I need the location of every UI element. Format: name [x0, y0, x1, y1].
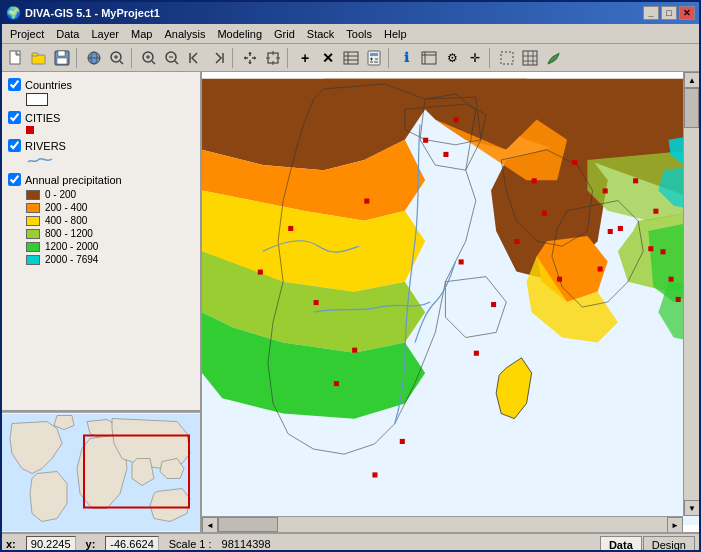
new-button[interactable]: [5, 47, 27, 69]
scroll-up-button[interactable]: ▲: [684, 72, 699, 88]
window-title: DIVA-GIS 5.1 - MyProject1: [25, 7, 160, 19]
toolbar-separator-1: [76, 48, 80, 68]
add-layer-button[interactable]: +: [294, 47, 316, 69]
zoom-prev-button[interactable]: [184, 47, 206, 69]
svg-rect-74: [288, 226, 293, 231]
svg-rect-76: [334, 381, 339, 386]
menu-data[interactable]: Data: [50, 26, 85, 42]
svg-rect-54: [491, 302, 496, 307]
globe-button[interactable]: [83, 47, 105, 69]
layer-cities-checkbox[interactable]: [8, 111, 21, 124]
layer-rivers[interactable]: RIVERS: [6, 137, 196, 154]
table-button[interactable]: [340, 47, 362, 69]
scroll-right-button[interactable]: ►: [667, 517, 683, 532]
zoom-in-button[interactable]: [138, 47, 160, 69]
svg-rect-67: [660, 249, 665, 254]
scroll-left-button[interactable]: ◄: [202, 517, 218, 532]
menu-project[interactable]: Project: [4, 26, 50, 42]
menu-modeling[interactable]: Modeling: [211, 26, 268, 42]
scroll-down-button[interactable]: ▼: [684, 500, 699, 516]
toolbar-separator-4: [287, 48, 291, 68]
scrollbar-vertical[interactable]: ▲ ▼: [683, 72, 699, 516]
rivers-legend-icon: [26, 154, 54, 166]
svg-line-10: [120, 61, 123, 64]
menu-stack[interactable]: Stack: [301, 26, 341, 42]
y-value: -46.6624: [105, 536, 158, 552]
leaf-button[interactable]: [542, 47, 564, 69]
legend-400-800: 400 - 800: [6, 214, 196, 227]
save-button[interactable]: [51, 47, 73, 69]
svg-rect-77: [514, 239, 519, 244]
tab-design[interactable]: Design: [643, 536, 695, 553]
crosshair-button[interactable]: ✛: [464, 47, 486, 69]
info-button[interactable]: ℹ: [395, 47, 417, 69]
zoom-out-button[interactable]: [161, 47, 183, 69]
map-area[interactable]: ▲ ▼ ◄ ►: [202, 72, 699, 532]
zoom-next-button[interactable]: [207, 47, 229, 69]
menu-help[interactable]: Help: [378, 26, 413, 42]
mini-map[interactable]: [2, 412, 200, 532]
title-bar-controls: _ □ ✕: [643, 6, 695, 20]
legend-color-2000-7694: [26, 255, 40, 265]
layers-panel: Countries CITIES RIVERS: [2, 72, 200, 412]
layer-rivers-label: RIVERS: [25, 140, 66, 152]
menu-map[interactable]: Map: [125, 26, 158, 42]
svg-rect-53: [459, 259, 464, 264]
layer-countries[interactable]: Countries: [6, 76, 196, 93]
menu-analysis[interactable]: Analysis: [158, 26, 211, 42]
app-icon: 🌍: [6, 6, 21, 20]
attributes-button[interactable]: [418, 47, 440, 69]
legend-color-1200-2000: [26, 242, 40, 252]
pan-button[interactable]: [239, 47, 261, 69]
layer-precipitation-checkbox[interactable]: [8, 173, 21, 186]
svg-rect-39: [422, 52, 436, 64]
tab-data[interactable]: Data: [600, 536, 642, 553]
svg-rect-32: [370, 53, 378, 56]
cities-legend-icon: [26, 126, 34, 134]
layer-cities[interactable]: CITIES: [6, 109, 196, 126]
remove-layer-button[interactable]: ✕: [317, 47, 339, 69]
svg-rect-68: [669, 277, 674, 282]
options-button[interactable]: ⚙: [441, 47, 463, 69]
grid-button[interactable]: [519, 47, 541, 69]
layer-precipitation-label: Annual precipitation: [25, 174, 122, 186]
extent-button[interactable]: [262, 47, 284, 69]
y-label: y:: [86, 538, 96, 550]
legend-800-1200: 800 - 1200: [6, 227, 196, 240]
menu-tools[interactable]: Tools: [340, 26, 378, 42]
countries-legend-icon: [26, 93, 48, 106]
legend-label-1200-2000: 1200 - 2000: [45, 241, 98, 252]
scrollbar-horizontal[interactable]: ◄ ►: [202, 516, 683, 532]
svg-line-18: [175, 61, 178, 64]
layer-precipitation[interactable]: Annual precipitation: [6, 171, 196, 188]
x-value: 90.2245: [26, 536, 76, 552]
svg-rect-79: [633, 178, 638, 183]
svg-rect-5: [57, 58, 67, 64]
minimize-button[interactable]: _: [643, 6, 659, 20]
svg-rect-60: [542, 211, 547, 216]
scroll-thumb-horizontal[interactable]: [218, 517, 278, 532]
menu-layer[interactable]: Layer: [86, 26, 126, 42]
select-button[interactable]: [496, 47, 518, 69]
svg-rect-4: [58, 51, 65, 56]
svg-rect-78: [557, 277, 562, 282]
calc-button[interactable]: [363, 47, 385, 69]
close-button[interactable]: ✕: [679, 6, 695, 20]
svg-rect-55: [474, 351, 479, 356]
layer-countries-checkbox[interactable]: [8, 78, 21, 91]
svg-line-14: [152, 61, 155, 64]
toolbar-separator-5: [388, 48, 392, 68]
open-button[interactable]: [28, 47, 50, 69]
svg-rect-57: [352, 348, 357, 353]
menu-grid[interactable]: Grid: [268, 26, 301, 42]
svg-rect-43: [523, 51, 537, 65]
scroll-thumb-vertical[interactable]: [684, 88, 699, 128]
toolbar: + ✕ ℹ ⚙ ✛: [2, 44, 699, 72]
layer-rivers-checkbox[interactable]: [8, 139, 21, 152]
svg-rect-59: [372, 472, 377, 477]
status-bar: x: 90.2245 y: -46.6624 Scale 1 : 9811439…: [2, 532, 699, 552]
zoom-full-button[interactable]: [106, 47, 128, 69]
maximize-button[interactable]: □: [661, 6, 677, 20]
toolbar-separator-3: [232, 48, 236, 68]
legend-color-400-800: [26, 216, 40, 226]
